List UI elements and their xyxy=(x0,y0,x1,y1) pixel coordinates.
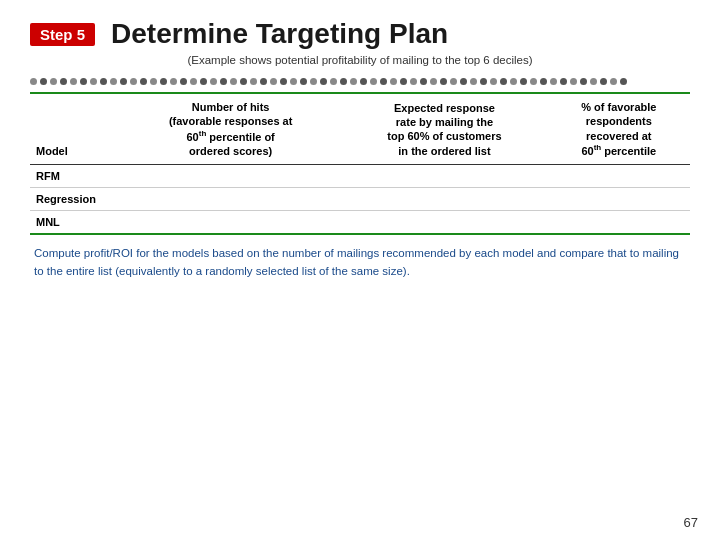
table-row: RFM xyxy=(30,164,690,187)
col-header-favorable: % of favorable respondents recovered at … xyxy=(548,94,690,164)
cell-expected-2 xyxy=(341,210,547,233)
col-header-model: Model xyxy=(30,94,120,164)
cell-expected-1 xyxy=(341,187,547,210)
step-badge: Step 5 xyxy=(30,23,95,46)
cell-model-2: MNL xyxy=(30,210,120,233)
cell-favorable-2 xyxy=(548,210,690,233)
cell-hits-2 xyxy=(120,210,341,233)
table-row: Regression xyxy=(30,187,690,210)
header: Step 5 Determine Targeting Plan xyxy=(30,18,690,50)
col-header-hits: Number of hits (favorable responses at 6… xyxy=(120,94,341,164)
cell-favorable-0 xyxy=(548,164,690,187)
page-number: 67 xyxy=(684,515,698,530)
slide-container: Step 5 Determine Targeting Plan (Example… xyxy=(0,0,720,540)
col-header-expected: Expected response rate by mailing the to… xyxy=(341,94,547,164)
dot-divider xyxy=(30,76,690,86)
slide-subtitle: (Example shows potential profitability o… xyxy=(30,54,690,66)
data-table-section: Model Number of hits (favorable response… xyxy=(30,92,690,235)
table-row: MNL xyxy=(30,210,690,233)
targeting-table: Model Number of hits (favorable response… xyxy=(30,94,690,233)
cell-hits-0 xyxy=(120,164,341,187)
cell-hits-1 xyxy=(120,187,341,210)
cell-expected-0 xyxy=(341,164,547,187)
body-text: Compute profit/ROI for the models based … xyxy=(34,245,686,281)
cell-favorable-1 xyxy=(548,187,690,210)
slide-title: Determine Targeting Plan xyxy=(111,18,448,50)
cell-model-0: RFM xyxy=(30,164,120,187)
cell-model-1: Regression xyxy=(30,187,120,210)
table-header-row: Model Number of hits (favorable response… xyxy=(30,94,690,164)
